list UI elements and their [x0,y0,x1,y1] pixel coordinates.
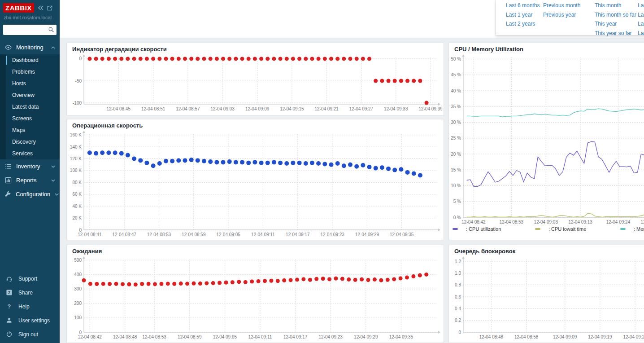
svg-text:20 K: 20 K [72,215,82,220]
collapse-sidebar-icon[interactable] [37,5,44,10]
sidebar-section-label: Configuration [16,191,50,198]
svg-text:12-04 08:53: 12-04 08:53 [143,334,167,339]
svg-text:12-04 08:59: 12-04 08:59 [178,334,202,339]
sidebar-section-inventory[interactable]: Inventory [0,159,60,173]
sidebar-item-maps[interactable]: Maps [6,124,60,136]
timerange-link-la[interactable]: La [638,19,644,29]
share-z-icon: Z [6,289,13,296]
chart-speed-degradation[interactable]: 0-50-10012-04 08:4512-04 08:5112-04 08:5… [69,54,442,112]
sidebar-item-services[interactable]: Services [6,148,60,159]
sidebar-footer-user-settings[interactable]: User settings [0,313,60,327]
sidebar-submenu: DashboardProblemsHostsOverviewLatest dat… [0,54,60,159]
svg-text:0 %: 0 % [453,215,461,220]
expand-window-icon[interactable] [47,5,52,11]
sidebar-item-problems[interactable]: Problems [6,66,60,78]
svg-text:30 %: 30 % [451,120,461,125]
svg-text:1.2: 1.2 [455,259,461,264]
legend-swatch [535,228,540,230]
timerange-link-la[interactable]: La [638,1,644,10]
sidebar-footer-sign-out[interactable]: Sign out [0,327,60,341]
sidebar-item-discovery[interactable]: Discovery [6,136,60,148]
time-range-dropdown: Last 6 monthsLast 1 yearLast 2 yearsPrev… [496,0,644,35]
sidebar-footer-share[interactable]: ZShare [0,286,60,299]
svg-text:12-04 09:17: 12-04 09:17 [286,232,310,237]
sidebar-section-label: Monitoring [16,44,44,51]
widget-title: Индикатор деградации скорости [72,46,442,53]
svg-text:300: 300 [74,286,82,291]
chart-cpu-memory[interactable]: 50 %45 %40 %35 %30 %25 %20 %15 %10 %5 %0… [451,54,644,225]
timerange-link-this-year-so-far[interactable]: This year so far [595,29,636,38]
svg-text:140 K: 140 K [70,145,82,150]
zabbix-logo: ZABBIX [3,3,34,13]
svg-text:100: 100 [74,315,82,320]
sidebar-footer: SupportZShare?HelpUser settingsSign out [0,272,60,341]
widget-lock-queue: Очередь блокировок 1.21.00.80.60.40.2012… [448,245,644,343]
sidebar-section-label: Inventory [16,163,40,170]
svg-text:12-04 08:57: 12-04 08:57 [176,106,200,111]
sidebar-section-configuration[interactable]: Configuration [0,187,60,201]
sidebar-footer-support[interactable]: Support [0,272,60,286]
sidebar-item-hosts[interactable]: Hosts [6,78,60,89]
legend-item: : Memory ut [620,226,644,232]
svg-text:12-04 08:53: 12-04 08:53 [500,220,524,224]
timerange-link-previous-year[interactable]: Previous year [543,10,580,20]
chart-operational-speed[interactable]: 160 K140 K120 K100 K80 K60 K40 K20 K012-… [69,130,442,238]
timerange-link-last-2-years[interactable]: Last 2 years [506,19,540,29]
sidebar-item-screens[interactable]: Screens [6,113,60,124]
widget-speed-degradation: Индикатор деградации скорости 0-50-10012… [66,43,444,116]
svg-text:25 %: 25 % [451,136,461,141]
timerange-link-this-month[interactable]: This month [595,1,636,10]
svg-text:200: 200 [74,301,82,306]
help-icon: ? [6,303,13,310]
svg-text:12-04 09:24: 12-04 09:24 [606,220,631,224]
svg-text:12-04 08:59: 12-04 08:59 [182,232,206,237]
timerange-link-la[interactable]: La [638,10,644,20]
sidebar-footer-label: User settings [18,317,50,324]
svg-text:12-04 09:03: 12-04 09:03 [211,106,235,111]
wrench-icon [4,191,11,198]
sidebar: ZABBIX zbx.mnt.rosatom.local MonitoringD… [0,0,60,343]
svg-text:12-04 08:48: 12-04 08:48 [479,334,504,339]
widget-operational-speed: Операционная скорость 160 K140 K120 K100… [66,119,444,240]
sidebar-footer-help[interactable]: ?Help [0,299,60,313]
support-headset-icon [6,275,13,282]
sidebar-section-reports[interactable]: Reports [0,173,60,187]
svg-text:0: 0 [458,330,461,335]
svg-text:12-04 09:05: 12-04 09:05 [213,334,237,339]
svg-text:0: 0 [79,330,82,335]
svg-text:10 %: 10 % [451,183,461,188]
sidebar-item-latest-data[interactable]: Latest data [6,101,60,113]
timerange-link-la[interactable]: La [638,29,644,38]
svg-text:5 %: 5 % [453,199,461,204]
widget-cpu-memory: CPU / Memory Utilization 50 %45 %40 %35 … [448,43,644,240]
timerange-link-this-year[interactable]: This year [595,19,636,29]
svg-text:-100: -100 [73,101,82,106]
sidebar-item-overview[interactable]: Overview [6,89,60,101]
svg-text:12-04 09:17: 12-04 09:17 [283,334,308,339]
timerange-link-this-month-so-far[interactable]: This month so far [595,10,636,20]
svg-text:12-04 08:48: 12-04 08:48 [113,334,137,339]
sidebar-section-label: Reports [16,177,37,184]
svg-text:400: 400 [74,272,82,277]
svg-text:12-04 08:53: 12-04 08:53 [147,232,171,237]
svg-text:12-04 09:35: 12-04 09:35 [390,232,414,237]
sidebar-section-monitoring[interactable]: Monitoring [0,40,60,54]
chart-lock-queue[interactable]: 1.21.00.80.60.40.2012-04 08:4812-04 08:5… [451,256,644,340]
chart-legend: : CPU utilization: CPU iowait time: Memo… [451,225,644,232]
svg-text:12-04 09:03: 12-04 09:03 [534,220,558,224]
widget-waits: Ожидания 500400300200100012-04 08:4212-0… [66,245,444,343]
svg-text:-50: -50 [75,79,82,84]
legend-swatch [620,228,626,230]
widget-title: CPU / Memory Utilization [454,46,644,53]
reports-chart-icon [4,177,12,184]
timepicker-column: LaLaLaLa [638,1,644,38]
timerange-link-last-1-year[interactable]: Last 1 year [506,10,540,20]
svg-text:12-04 09:09: 12-04 09:09 [553,334,577,339]
chart-waits[interactable]: 500400300200100012-04 08:4212-04 08:4812… [69,256,442,340]
timerange-link-last-6-months[interactable]: Last 6 months [506,1,540,10]
timerange-link-previous-month[interactable]: Previous month [543,1,580,10]
sidebar-item-dashboard[interactable]: Dashboard [6,54,60,66]
chevron-down-icon [55,193,59,196]
svg-text:12-04 09:05: 12-04 09:05 [216,232,240,237]
svg-text:12-04 09:11: 12-04 09:11 [251,232,275,237]
